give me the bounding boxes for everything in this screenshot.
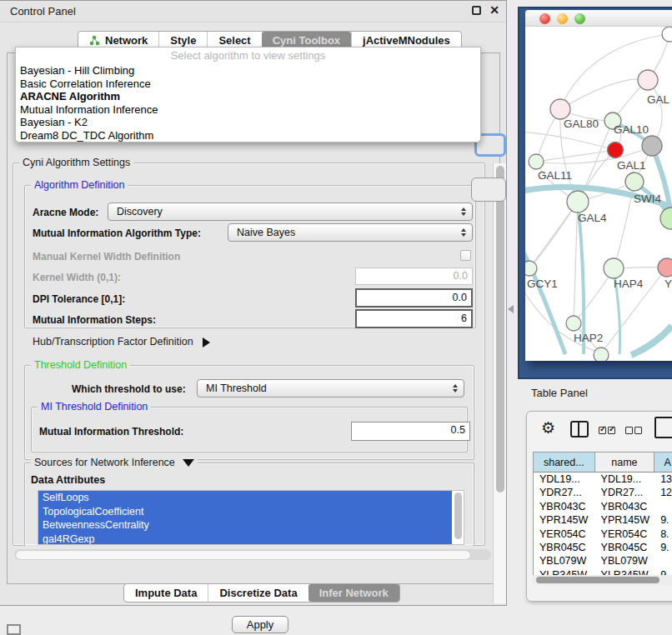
network-view-panel[interactable]: GAL GAL80 GAL10 GAL1 GAL11 SWI4 GAL4 GCY… [518, 7, 672, 379]
table-row[interactable]: YBR043CYBR043C [534, 500, 672, 513]
aracne-mode-value: Discovery [117, 206, 163, 218]
table-horizontal-scrollbar[interactable] [533, 575, 672, 585]
cell: YDR27... [534, 486, 595, 499]
tab-impute-data[interactable]: Impute Data [124, 584, 208, 602]
which-threshold-combobox[interactable]: MI Threshold [197, 379, 464, 398]
list-item[interactable]: gal4RGexp [38, 532, 452, 546]
network-node-y[interactable] [658, 258, 672, 277]
which-threshold-label: Which threshold to use: [72, 383, 186, 395]
settings-vertical-scrollbar[interactable] [493, 163, 506, 603]
network-node-swi4[interactable] [660, 208, 672, 229]
minimized-panel-icon[interactable] [7, 624, 21, 635]
select-all-icon[interactable] [599, 422, 617, 438]
mi-algorithm-type-value: Naive Bayes [237, 227, 295, 238]
dropdown-item[interactable]: Dream8 DC_TDC Algorithm [16, 129, 480, 142]
network-icon [89, 35, 100, 46]
table-panel-window: ⚙ shared... name A YDL19...YDL19...13 YD… [526, 411, 672, 602]
mi-threshold-definition-title: MI Threshold Definition [38, 401, 151, 412]
expander-collapsed-icon [203, 338, 210, 348]
hub-tf-definition-expander[interactable]: Hub/Transcription Factor Definition [33, 336, 210, 348]
table-row[interactable]: YBL079WYBL079W [534, 554, 672, 568]
network-node-gal[interactable] [638, 70, 658, 90]
dpi-tolerance-field[interactable]: 0.0 [355, 288, 473, 308]
tab-impute-data-label: Impute Data [135, 587, 197, 599]
mi-algorithm-type-label: Mutual Information Algorithm Type: [33, 228, 201, 239]
apply-button[interactable]: Apply [232, 616, 288, 633]
cell: YPR145W [534, 513, 595, 527]
cell: YDL19... [534, 472, 595, 486]
mi-threshold-label: Mutual Information Threshold: [39, 426, 183, 438]
list-item[interactable]: TopologicalCoefficient [38, 505, 452, 519]
table-row[interactable]: YER054CYER054C8. [534, 528, 672, 541]
dropdown-item[interactable]: Bayesian - K2 [16, 116, 480, 129]
table-toolbar: ⚙ [527, 412, 672, 448]
deselect-all-icon[interactable] [625, 422, 644, 438]
node-table[interactable]: shared... name A YDL19...YDL19...13 YDR2… [533, 452, 672, 585]
dropdown-item[interactable]: Mutual Information Inference [16, 103, 480, 117]
network-node[interactable] [662, 27, 672, 42]
manual-kernel-width-checkbox[interactable] [460, 250, 471, 261]
cell: YER054C [595, 528, 655, 541]
mi-steps-label: Mutual Information Steps: [33, 314, 156, 326]
data-attributes-label: Data Attributes [31, 474, 105, 486]
network-node-gal4[interactable] [567, 191, 589, 212]
table-row[interactable]: YDR27...YDR27...12 [534, 486, 672, 499]
dropdown-item[interactable]: Bayesian - Hill Climbing [16, 64, 480, 78]
settings-horizontal-scrollbar[interactable] [14, 549, 491, 560]
network-node-gal11[interactable] [529, 154, 544, 169]
cell: YPR145W [595, 513, 655, 527]
float-panel-icon[interactable] [472, 6, 481, 15]
column-header-partial[interactable]: A [654, 452, 672, 472]
dropdown-item-selected[interactable]: ARACNE Algorithm [16, 90, 480, 103]
mi-algorithm-type-combobox[interactable]: Naive Bayes [228, 223, 473, 242]
document-icon[interactable] [654, 417, 672, 438]
dropdown-item[interactable]: Basic Correlation Inference [16, 78, 480, 91]
horizontal-scrollbar-thumb[interactable] [16, 551, 470, 559]
close-panel-icon[interactable]: ✕ [489, 3, 499, 17]
cyni-algorithm-settings-title: Cyni Algorithm Settings [19, 157, 133, 168]
list-item[interactable]: SelfLoops [38, 491, 452, 505]
network-node-gal80[interactable] [550, 99, 570, 119]
network-node-gal10[interactable] [604, 112, 621, 129]
data-attributes-list[interactable]: SelfLoops TopologicalCoefficient Between… [38, 490, 464, 545]
cell: YBR043C [534, 500, 595, 513]
table-hscroll-thumb[interactable] [536, 577, 659, 583]
unchecked-box-icon [625, 427, 633, 434]
cell: YBL079W [534, 554, 595, 568]
columns-icon[interactable] [570, 421, 589, 438]
tab-infer-network[interactable]: Infer Network [308, 584, 399, 602]
network-graph[interactable] [518, 7, 672, 379]
list-item[interactable]: BetweennessCentrality [38, 518, 452, 532]
aracne-mode-combobox[interactable]: Discovery [108, 202, 473, 221]
network-node[interactable] [594, 348, 609, 362]
network-node-gal1[interactable] [625, 172, 644, 191]
gear-icon[interactable]: ⚙ [541, 418, 555, 438]
vertical-scrollbar-thumb[interactable] [496, 166, 504, 492]
column-header-shared-name[interactable]: shared... [534, 452, 595, 472]
split-pane-grip[interactable] [508, 305, 514, 313]
cell: YDR27... [595, 486, 655, 499]
network-node-hap4[interactable] [604, 258, 624, 278]
mi-steps-field[interactable]: 6 [355, 309, 473, 328]
tab-discretize-data-label: Discretize Data [219, 587, 297, 599]
network-node-gray[interactable] [642, 136, 662, 156]
cell: YDL19... [595, 472, 655, 486]
table-panel-title: Table Panel [531, 387, 588, 399]
combo-stepper-icon [461, 224, 466, 241]
mi-threshold-field[interactable]: 0.5 [351, 422, 470, 441]
kernel-width-field[interactable]: 0.0 [355, 268, 473, 285]
sources-group-title[interactable]: Sources for Network Inference [31, 457, 198, 468]
tab-discretize-data[interactable]: Discretize Data [208, 584, 308, 602]
network-node-gcy1[interactable] [522, 261, 537, 276]
column-header-name[interactable]: name [595, 452, 655, 472]
tab-jactivemnodules-label: jActiveMNodules [363, 34, 450, 47]
cell: YBL079W [595, 554, 655, 568]
table-row[interactable]: YPR145WYPR145W9. [534, 513, 672, 527]
table-row[interactable]: YBR045CYBR045C9. [534, 541, 672, 554]
kernel-width-label: Kernel Width (0,1): [33, 272, 121, 283]
network-node-hap2[interactable] [566, 316, 581, 331]
network-node-selected-red[interactable] [608, 142, 624, 158]
cell [654, 554, 672, 568]
list-scrollbar[interactable] [454, 492, 462, 539]
table-row[interactable]: YDL19...YDL19...13 [534, 472, 672, 486]
